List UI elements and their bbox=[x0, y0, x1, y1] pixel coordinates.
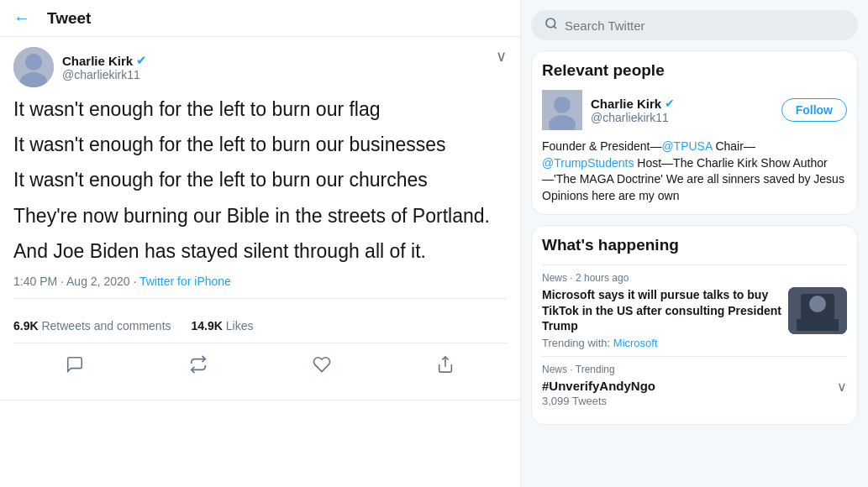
trending-count-1: 3,099 Tweets bbox=[542, 395, 655, 407]
tweet-timestamp: 1:40 PM · Aug 2, 2020 bbox=[13, 275, 130, 288]
reply-icon bbox=[66, 355, 84, 378]
tweet-author-info: Charlie Kirk ✔ @charliekirk11 bbox=[13, 47, 147, 87]
author-name: Charlie Kirk bbox=[62, 54, 133, 68]
happening-chevron-icon: ∨ bbox=[837, 379, 847, 395]
tweet-stats: 6.9K Retweets and comments 14.9K Likes bbox=[13, 309, 507, 343]
verified-badge-icon: ✔ bbox=[136, 53, 147, 68]
like-button[interactable] bbox=[308, 350, 336, 383]
reply-button[interactable] bbox=[60, 350, 89, 383]
tweet-meta: 1:40 PM · Aug 2, 2020 · Twitter for iPho… bbox=[13, 275, 507, 299]
happening-image-0 bbox=[788, 287, 847, 334]
happening-text-0: Microsoft says it will pursue talks to b… bbox=[542, 287, 781, 349]
page-title: Tweet bbox=[47, 9, 91, 28]
tweet-action-bar bbox=[13, 343, 507, 390]
happening-title-0: Microsoft says it will pursue talks to b… bbox=[542, 287, 781, 333]
svg-line-5 bbox=[554, 26, 556, 29]
tweet-author-row: Charlie Kirk ✔ @charliekirk11 ∨ bbox=[13, 47, 507, 87]
avatar-image bbox=[13, 47, 54, 87]
happening-meta-0: News · 2 hours ago bbox=[542, 272, 847, 284]
whats-happening-title: What's happening bbox=[542, 236, 847, 254]
like-count: 14.9K Likes bbox=[192, 319, 254, 333]
tweet-panel: ← Tweet Charlie Kirk bbox=[0, 0, 521, 487]
search-bar[interactable] bbox=[531, 10, 858, 40]
like-heart-icon bbox=[313, 355, 331, 378]
right-sidebar: Relevant people Charlie Kirk ✔ @charliek… bbox=[521, 0, 868, 487]
trending-with-label: Trending with: bbox=[542, 337, 610, 349]
search-icon bbox=[544, 17, 558, 34]
tweet-separator: · bbox=[133, 275, 139, 288]
person-verified-icon: ✔ bbox=[665, 97, 675, 110]
share-icon bbox=[436, 355, 455, 378]
svg-point-11 bbox=[809, 296, 826, 312]
tweet-line-3: It wasn't enough for the left to burn ou… bbox=[13, 166, 507, 193]
tweet-options-button[interactable]: ∨ bbox=[496, 47, 507, 65]
chevron-down-icon: ∨ bbox=[496, 48, 507, 65]
share-button[interactable] bbox=[431, 350, 460, 383]
relevant-people-title: Relevant people bbox=[542, 61, 847, 80]
trending-text-1: #UnverifyAndyNgo 3,099 Tweets bbox=[542, 379, 655, 407]
back-arrow-icon: ← bbox=[13, 8, 30, 28]
bio-middle: Chair— bbox=[713, 139, 755, 153]
trending-hashtag-1: #UnverifyAndyNgo bbox=[542, 379, 655, 393]
whats-happening-widget: What's happening News · 2 hours ago Micr… bbox=[531, 225, 858, 425]
relevant-person-item: Charlie Kirk ✔ @charliekirk11 Follow Fou… bbox=[542, 90, 847, 204]
happening-item-1: News · Trending #UnverifyAndyNgo 3,099 T… bbox=[542, 356, 847, 414]
happening-trending-0: Trending with: Microsoft bbox=[542, 337, 781, 349]
search-input[interactable] bbox=[565, 18, 844, 33]
retweet-number: 6.9K bbox=[13, 319, 39, 333]
trump-thumbnail bbox=[788, 287, 847, 334]
person-name: Charlie Kirk bbox=[591, 97, 661, 111]
tweet-line-2: It wasn't enough for the left to burn ou… bbox=[13, 131, 507, 158]
trump-students-link[interactable]: @TrumpStudents bbox=[542, 156, 634, 170]
trending-tag-link-0[interactable]: Microsoft bbox=[613, 337, 658, 349]
svg-point-4 bbox=[546, 18, 555, 28]
like-number: 14.9K bbox=[192, 319, 223, 333]
retweet-icon bbox=[189, 355, 208, 378]
tweet-body: It wasn't enough for the left to burn ou… bbox=[13, 96, 507, 264]
person-bio: Founder & President—@TPUSA Chair—@TrumpS… bbox=[542, 139, 847, 204]
author-name-row: Charlie Kirk ✔ bbox=[62, 53, 147, 68]
retweet-label: Retweets and comments bbox=[41, 319, 171, 333]
relevant-people-widget: Relevant people Charlie Kirk ✔ @charliek… bbox=[531, 50, 858, 215]
svg-rect-12 bbox=[797, 319, 839, 331]
tweet-header: ← Tweet bbox=[0, 0, 520, 37]
tweet-line-5: And Joe Biden has stayed silent through … bbox=[13, 238, 507, 264]
happening-content-0: Microsoft says it will pursue talks to b… bbox=[542, 287, 847, 349]
happening-meta-1: News · Trending bbox=[542, 364, 847, 375]
happening-trending-row-1: #UnverifyAndyNgo 3,099 Tweets ∨ bbox=[542, 379, 847, 407]
tweet-line-4: They're now burning our Bible in the str… bbox=[13, 202, 507, 229]
person-avatar bbox=[542, 90, 582, 130]
follow-button[interactable]: Follow bbox=[781, 98, 847, 122]
like-label: Likes bbox=[226, 319, 254, 333]
person-info: Charlie Kirk ✔ @charliekirk11 bbox=[591, 97, 773, 124]
tweet-line-1: It wasn't enough for the left to burn ou… bbox=[13, 96, 507, 123]
back-button[interactable]: ← bbox=[13, 8, 30, 28]
person-header: Charlie Kirk ✔ @charliekirk11 Follow bbox=[542, 90, 847, 130]
retweet-button[interactable] bbox=[184, 350, 213, 383]
person-name-row: Charlie Kirk ✔ bbox=[591, 97, 773, 111]
tweet-content: Charlie Kirk ✔ @charliekirk11 ∨ It wasn'… bbox=[0, 37, 520, 401]
avatar bbox=[13, 47, 54, 87]
author-handle: @charliekirk11 bbox=[62, 68, 147, 81]
tweet-via-link[interactable]: Twitter for iPhone bbox=[139, 275, 231, 288]
tpusa-link[interactable]: @TPUSA bbox=[661, 139, 712, 153]
author-details: Charlie Kirk ✔ @charliekirk11 bbox=[62, 53, 147, 81]
person-handle: @charliekirk11 bbox=[591, 111, 773, 124]
svg-point-7 bbox=[554, 97, 571, 113]
happening-item-0: News · 2 hours ago Microsoft says it wil… bbox=[542, 264, 847, 356]
bio-prefix: Founder & President— bbox=[542, 139, 661, 153]
svg-point-1 bbox=[25, 54, 42, 71]
retweet-count: 6.9K Retweets and comments bbox=[13, 319, 171, 333]
